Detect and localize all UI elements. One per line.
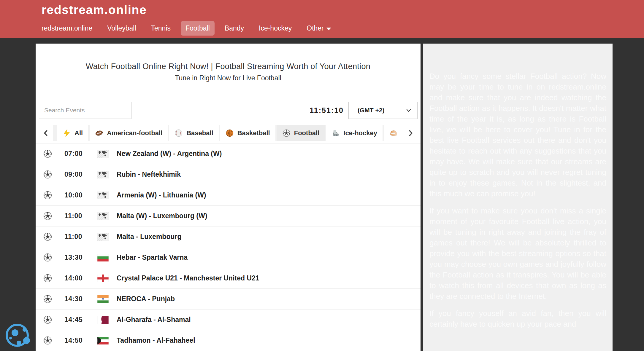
event-row[interactable]: 07:00 New Zealand (W) - Argentina (W) — [36, 143, 421, 164]
event-teams: Al-Gharafa - Al-Shamal — [117, 316, 191, 324]
tabs-scroll-right-button[interactable] — [403, 125, 418, 141]
timezone-select[interactable]: (GMT +2) — [348, 102, 418, 119]
event-teams: Tadhamon - Al-Fahaheel — [117, 336, 195, 344]
sport-tabs-bar: All American-football Baseball Basketbal… — [39, 125, 418, 141]
england-flag-icon — [97, 275, 109, 282]
controls-bar: 11:51:10 (GMT +2) — [39, 102, 418, 119]
search-input[interactable] — [39, 102, 131, 119]
soccer-ball-icon — [43, 274, 52, 283]
nav-item-label: Football — [185, 24, 210, 32]
soccer-ball-icon — [282, 129, 291, 137]
event-row[interactable]: 11:00 Malta - Luxembourg — [36, 226, 421, 247]
chevron-right-icon — [407, 129, 414, 137]
main-nav: redstream.online Volleyball Tennis Footb… — [37, 21, 336, 36]
nav-item-tennis[interactable]: Tennis — [146, 21, 175, 36]
sport-tab-label: Baseball — [186, 129, 213, 137]
american-football-icon — [95, 129, 103, 137]
bulgaria-flag-icon — [97, 254, 109, 261]
nav-item-label: Tennis — [151, 24, 171, 32]
world-flag-icon — [97, 150, 109, 158]
nav-item-label: Ice-hockey — [259, 24, 292, 32]
sport-tabs: All American-football Baseball Basketbal… — [57, 125, 418, 141]
event-row[interactable]: 14:00 Crystal Palace U21 - Manchester Un… — [36, 268, 421, 289]
sport-tab-label: All — [74, 129, 83, 137]
cookie-settings-button[interactable] — [6, 324, 29, 347]
soccer-ball-icon — [43, 315, 52, 324]
nav-item-label: Volleyball — [107, 24, 136, 32]
sport-tab-label: Ice-hockey — [343, 129, 377, 137]
event-teams: Hebar - Spartak Varna — [117, 253, 188, 261]
event-row[interactable]: 13:30 Hebar - Spartak Varna — [36, 247, 421, 268]
site-header: redstream.online redstream.online Volley… — [0, 0, 644, 38]
event-teams: NEROCA - Punjab — [117, 295, 175, 303]
soccer-ball-icon — [43, 294, 52, 304]
event-teams: Crystal Palace U21 - Manchester United U… — [117, 274, 259, 282]
event-row[interactable]: 09:00 Rubin - Neftekhimik — [36, 164, 421, 185]
cookie-dot — [17, 341, 21, 345]
nav-item-redstream-online[interactable]: redstream.online — [37, 21, 97, 36]
cookie-dot — [23, 328, 27, 332]
kuwait-flag-icon — [97, 337, 109, 344]
event-teams: Malta (W) - Luxembourg (W) — [117, 212, 207, 220]
event-time: 10:00 — [64, 191, 91, 199]
nav-item-volleyball[interactable]: Volleyball — [102, 21, 141, 36]
chevron-down-icon — [405, 106, 413, 114]
sport-tab-label: Football — [294, 129, 320, 137]
page-subtitle: Tune in Right Now for Live Football — [36, 74, 421, 82]
sport-tab-ice-hockey[interactable]: Ice-hockey — [326, 125, 383, 141]
qatar-flag-icon — [97, 316, 109, 324]
cookie-dot — [23, 337, 30, 344]
world-flag-icon — [97, 233, 109, 241]
soccer-ball-icon — [43, 170, 52, 179]
soccer-ball-icon — [43, 253, 52, 262]
nav-item-label: Bandy — [225, 24, 244, 32]
events-list: 07:00 New Zealand (W) - Argentina (W) 09… — [36, 143, 421, 351]
site-logo[interactable]: redstream.online — [42, 3, 147, 17]
sport-tab-football[interactable]: Football — [277, 125, 325, 141]
chevron-down-icon — [326, 28, 331, 30]
event-teams: Malta - Luxembourg — [117, 233, 182, 241]
event-teams: Rubin - Neftekhimik — [117, 170, 181, 178]
soccer-ball-icon — [43, 232, 52, 241]
sport-tab-label: American-football — [107, 129, 162, 137]
sport-tab-basketball[interactable]: Basketball — [220, 125, 275, 141]
ice-skate-icon — [331, 129, 340, 137]
event-time: 11:00 — [64, 212, 91, 220]
sport-tab-american-football[interactable]: American-football — [90, 125, 168, 141]
event-time: 14:30 — [64, 295, 91, 303]
soccer-ball-icon — [43, 149, 52, 158]
sidebar-paragraph: Do you fancy some stellar Football actio… — [429, 71, 606, 199]
nav-item-bandy[interactable]: Bandy — [220, 21, 249, 36]
nav-item-ice-hockey[interactable]: Ice-hockey — [254, 21, 296, 36]
sidebar-paragraph: If you fancy youself an avid fan, then y… — [429, 308, 606, 329]
event-time: 14:50 — [64, 336, 91, 344]
timezone-value: (GMT +2) — [358, 107, 384, 114]
cookie-dot — [9, 337, 12, 339]
baseball-icon — [175, 129, 183, 137]
tabs-scroll-left-button[interactable] — [39, 125, 53, 141]
nav-item-label: Other — [307, 24, 324, 32]
sport-tab-baseball[interactable]: Baseball — [169, 125, 219, 141]
nav-item-football[interactable]: Football — [181, 21, 215, 36]
event-time: 13:30 — [64, 253, 91, 261]
event-row[interactable]: 14:45 Al-Gharafa - Al-Shamal — [36, 309, 421, 330]
soccer-ball-icon — [43, 336, 52, 345]
racing-helmet-icon — [389, 129, 398, 137]
basketball-icon — [226, 129, 234, 137]
event-row[interactable]: 14:30 NEROCA - Punjab — [36, 289, 421, 309]
world-flag-icon — [97, 171, 109, 178]
event-row[interactable]: 10:00 Armenia (W) - Lithuania (W) — [36, 185, 421, 206]
event-time: 09:00 — [64, 170, 91, 178]
sport-tab-label: Basketball — [237, 129, 270, 137]
world-flag-icon — [97, 212, 109, 220]
sport-tab-all[interactable]: All — [57, 125, 88, 141]
event-row[interactable]: 11:00 Malta (W) - Luxembourg (W) — [36, 206, 421, 226]
event-time: 14:00 — [64, 274, 91, 282]
main-content-panel: Watch Football Online Right Now! | Footb… — [36, 44, 421, 351]
event-time: 07:00 — [64, 150, 91, 158]
lightning-icon — [63, 129, 71, 137]
nav-item-other[interactable]: Other — [302, 21, 336, 36]
event-teams: Armenia (W) - Lithuania (W) — [117, 191, 206, 199]
event-row[interactable]: 14:50 Tadhamon - Al-Fahaheel — [36, 330, 421, 351]
seo-text-sidebar: Do you fancy some stellar Football actio… — [423, 44, 613, 351]
